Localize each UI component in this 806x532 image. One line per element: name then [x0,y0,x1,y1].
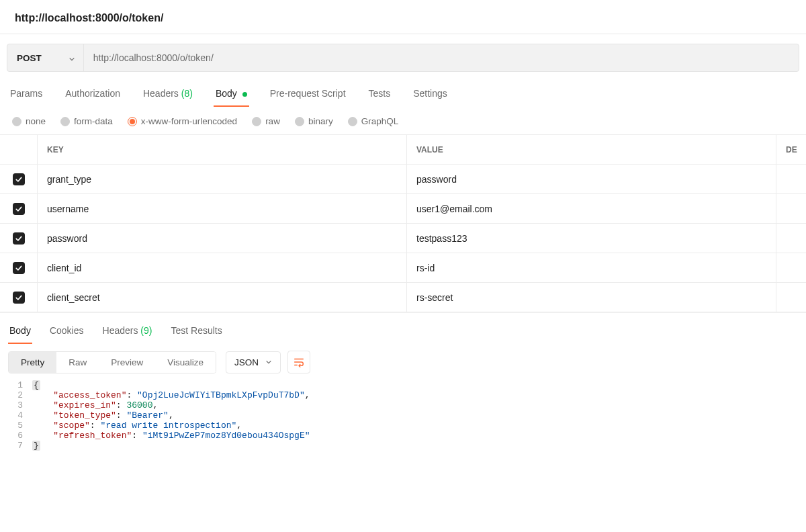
tab-params[interactable]: Params [8,84,44,107]
line-number: 7 [0,441,32,451]
body-type-urlencoded-label: x-www-form-urlencoded [141,116,237,126]
response-tab-headers[interactable]: Headers (9) [101,322,154,344]
http-method-label: POST [17,53,42,63]
body-type-raw-label: raw [265,116,280,126]
table-header-row: KEY VALUE DE [0,135,806,165]
response-format-select[interactable]: JSON [226,351,281,373]
tab-headers[interactable]: Headers (8) [141,84,195,107]
page-title: http://localhost:8000/o/token/ [0,0,806,34]
radio-icon [348,117,357,126]
body-type-radios: none form-data x-www-form-urlencoded raw… [0,107,806,134]
divider [0,34,806,34]
code-line[interactable]: "scope": "read write introspection", [32,420,806,431]
body-type-urlencoded[interactable]: x-www-form-urlencoded [128,116,237,126]
view-visualize-button[interactable]: Visualize [155,352,216,373]
body-type-graphql[interactable]: GraphQL [348,116,399,126]
body-type-graphql-label: GraphQL [361,116,399,126]
table-row: client_idrs-id [0,253,806,283]
body-type-binary[interactable]: binary [295,116,333,126]
body-type-binary-label: binary [308,116,333,126]
table-row: passwordtestpass123 [0,224,806,253]
param-value-input[interactable]: password [407,165,776,193]
radio-icon [295,117,304,126]
radio-icon [252,117,261,126]
response-tab-cookies[interactable]: Cookies [48,322,85,344]
col-header-key: KEY [38,135,407,164]
col-header-desc: DE [776,135,806,164]
row-enabled-checkbox[interactable] [13,203,25,215]
line-number: 6 [0,431,32,441]
col-header-value: VALUE [407,135,776,164]
body-type-none[interactable]: none [12,116,46,126]
tab-settings[interactable]: Settings [411,84,449,107]
request-url-input[interactable]: http://localhost:8000/o/token/ [84,44,799,71]
wrap-lines-icon [293,356,305,368]
body-type-form-data[interactable]: form-data [60,116,113,126]
tab-prerequest[interactable]: Pre-request Script [268,84,348,107]
col-header-check [0,135,38,164]
response-tab-body[interactable]: Body [8,322,32,344]
param-key-input[interactable]: grant_type [38,165,407,193]
view-pretty-button[interactable]: Pretty [9,352,56,373]
code-line[interactable]: "refresh_token": "iMt9iPwZeP7moz8Yd0ebou… [32,431,806,441]
param-value-input[interactable]: user1@email.com [407,194,776,223]
response-body-json[interactable]: 1{2 "access_token": "Opj2LueJcWIYiTBpmkL… [0,376,806,464]
radio-icon [128,117,137,126]
param-key-input[interactable]: username [38,194,407,223]
row-enabled-checkbox[interactable] [13,232,25,245]
param-desc-cell[interactable] [776,283,806,312]
view-preview-button[interactable]: Preview [99,352,155,373]
body-type-none-label: none [26,116,46,126]
param-key-input[interactable]: client_id [38,253,407,282]
view-mode-segment: Pretty Raw Preview Visualize [8,351,216,373]
tab-headers-count: (8) [181,88,193,99]
tab-tests[interactable]: Tests [367,84,393,107]
param-value-input[interactable]: rs-secret [407,283,776,312]
body-type-raw[interactable]: raw [252,116,280,126]
code-line[interactable]: { [32,380,806,390]
table-row: client_secretrs-secret [0,283,806,312]
radio-icon [12,117,21,126]
unsaved-dot-icon [242,92,247,97]
param-key-input[interactable]: password [38,224,407,253]
tab-body[interactable]: Body [214,84,249,107]
request-bar: POST http://localhost:8000/o/token/ [7,44,799,72]
chevron-down-icon [265,359,272,365]
view-raw-button[interactable]: Raw [56,352,99,373]
response-view-bar: Pretty Raw Preview Visualize JSON [0,344,806,376]
code-line[interactable]: } [32,441,806,451]
tab-headers-label: Headers [143,88,179,99]
http-method-select[interactable]: POST [7,44,84,71]
table-row: usernameuser1@email.com [0,194,806,224]
code-line[interactable]: "token_type": "Bearer", [32,410,806,420]
line-number: 1 [0,380,32,390]
response-tab-headers-label: Headers [103,325,138,336]
param-key-input[interactable]: client_secret [38,283,407,312]
row-enabled-checkbox[interactable] [13,292,25,304]
line-number: 3 [0,400,32,410]
line-number: 2 [0,390,32,400]
param-value-input[interactable]: rs-id [407,253,776,282]
param-value-input[interactable]: testpass123 [407,224,776,253]
response-tab-test-results[interactable]: Test Results [169,322,223,344]
line-number: 4 [0,410,32,420]
body-type-form-data-label: form-data [74,116,113,126]
code-line[interactable]: "expires_in": 36000, [32,400,806,410]
radio-icon [60,117,70,126]
line-number: 5 [0,420,32,431]
response-tabs: Body Cookies Headers (9) Test Results [0,312,806,344]
row-enabled-checkbox[interactable] [13,262,25,274]
chevron-down-icon [69,54,75,61]
response-format-label: JSON [234,357,259,367]
response-tab-headers-count: (9) [140,325,152,336]
param-desc-cell[interactable] [776,253,806,282]
param-desc-cell[interactable] [776,194,806,223]
tab-authorization[interactable]: Authorization [63,84,122,107]
param-desc-cell[interactable] [776,224,806,253]
row-enabled-checkbox[interactable] [13,173,25,185]
wrap-lines-button[interactable] [287,351,310,373]
code-line[interactable]: "access_token": "Opj2LueJcWIYiTBpmkLXpFv… [32,390,806,400]
table-row: grant_typepassword [0,165,806,194]
body-params-table: KEY VALUE DE grant_typepasswordusernameu… [0,134,806,312]
param-desc-cell[interactable] [776,165,806,193]
